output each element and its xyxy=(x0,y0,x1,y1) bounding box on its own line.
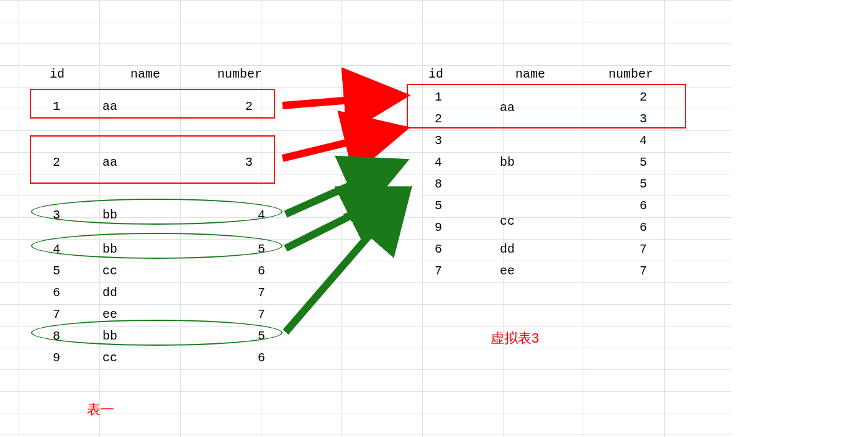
t1-r6-number: 7 xyxy=(258,286,265,300)
t1-r6-name: dd xyxy=(102,286,117,300)
green-ellipse-row3 xyxy=(31,199,283,225)
t1-r7-id: 7 xyxy=(53,307,60,322)
t3-r8-number: 7 xyxy=(640,242,647,256)
t1-r7-name: ee xyxy=(102,307,117,322)
t1-header-id: id xyxy=(50,67,65,81)
t3-r6-number: 6 xyxy=(640,199,647,213)
t3-r7-id: 9 xyxy=(435,220,442,235)
t3-r4-id: 4 xyxy=(435,155,442,169)
t1-r5-id: 5 xyxy=(53,264,60,278)
t3-r5-id: 8 xyxy=(435,177,442,191)
t1-header-name: name xyxy=(130,67,160,81)
t1-header-number: number xyxy=(217,67,262,81)
t1-r9-id: 9 xyxy=(53,351,60,365)
t1-r5-name: cc xyxy=(102,264,117,278)
t1-r9-name: cc xyxy=(102,351,117,365)
t3-r4-number: 5 xyxy=(640,155,647,169)
t3-header-name: name xyxy=(515,67,545,81)
t3-r3-number: 4 xyxy=(640,133,647,148)
t3-header-id: id xyxy=(428,67,443,81)
t3-r6-id: 5 xyxy=(435,199,442,213)
t3-header-number: number xyxy=(608,67,653,81)
t3-r7-number: 6 xyxy=(640,220,647,235)
red-box-t1-row1 xyxy=(30,89,275,119)
t1-r9-number: 6 xyxy=(258,351,265,365)
table1-label: 表一 xyxy=(87,400,114,419)
t3-r3-id: 3 xyxy=(435,133,442,148)
green-ellipse-row4 xyxy=(31,233,283,259)
t3-r9-number: 7 xyxy=(640,264,647,278)
t3-r5-number: 5 xyxy=(640,177,647,191)
t1-r7-number: 7 xyxy=(258,307,265,322)
green-ellipse-row8 xyxy=(31,320,283,346)
t3-group3-name: cc xyxy=(500,214,515,228)
red-box-t3-group1 xyxy=(407,84,686,128)
t3-r9-id: 7 xyxy=(435,264,442,278)
t3-r9-name: ee xyxy=(500,264,515,278)
t3-r8-name: dd xyxy=(500,242,515,256)
t1-r5-number: 6 xyxy=(258,264,265,278)
t1-r6-id: 6 xyxy=(53,286,60,300)
table3-label: 虚拟表3 xyxy=(491,329,539,348)
t3-group2-name: bb xyxy=(500,155,515,169)
red-box-t1-row2 xyxy=(30,135,275,184)
t3-r8-id: 6 xyxy=(435,242,442,256)
